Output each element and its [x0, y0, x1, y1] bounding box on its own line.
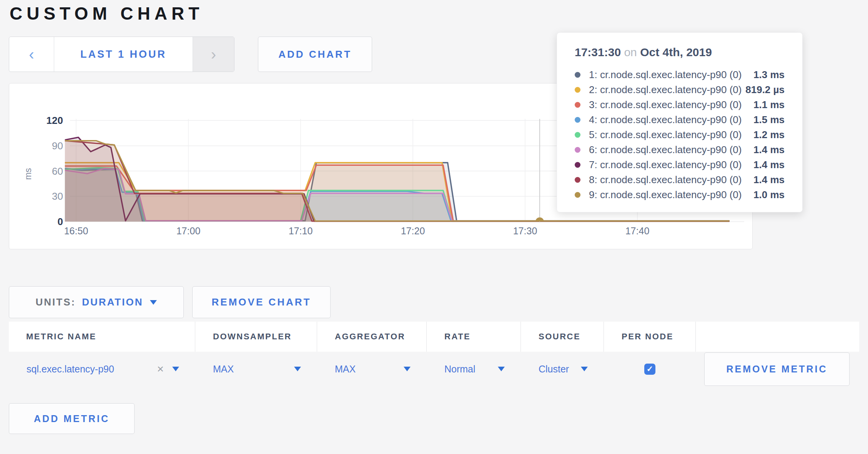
- metric-name-cell: sql.exec.latency-p90 ×: [9, 362, 195, 376]
- units-dropdown[interactable]: UNITS: DURATION: [9, 286, 184, 318]
- series-dot-icon: [575, 192, 580, 198]
- tooltip-series-row: 5: cr.node.sql.exec.latency-p90 (0)1.2 m…: [575, 127, 785, 142]
- chart-hover-tooltip: 17:31:30 on Oct 4th, 2019 1: cr.node.sql…: [557, 32, 803, 212]
- source-dropdown[interactable]: Cluster: [539, 364, 581, 375]
- chevron-down-icon[interactable]: [581, 367, 588, 371]
- svg-text:17:00: 17:00: [176, 225, 201, 236]
- svg-text:0: 0: [58, 216, 63, 227]
- page-title: CUSTOM CHART: [10, 3, 203, 24]
- col-header-per-node: PER NODE: [604, 322, 696, 352]
- series-value: 1.4 ms: [753, 174, 785, 186]
- series-label: 7: cr.node.sql.exec.latency-p90 (0): [589, 159, 753, 171]
- series-value: 1.4 ms: [753, 144, 785, 156]
- aggregator-dropdown[interactable]: MAX: [335, 364, 404, 375]
- series-dot-icon: [575, 177, 580, 183]
- tooltip-series-row: 9: cr.node.sql.exec.latency-p90 (0)1.0 m…: [575, 187, 785, 202]
- chevron-down-icon: [150, 300, 157, 305]
- series-label: 9: cr.node.sql.exec.latency-p90 (0): [589, 189, 753, 201]
- svg-text:17:20: 17:20: [401, 225, 425, 236]
- series-value: 1.3 ms: [753, 69, 785, 81]
- units-value: DURATION: [82, 296, 143, 308]
- series-dot-icon: [575, 132, 580, 138]
- series-label: 2: cr.node.sql.exec.latency-p90 (0): [589, 84, 745, 96]
- series-value: 1.0 ms: [753, 189, 785, 201]
- time-range-prev-button[interactable]: ‹: [9, 37, 54, 72]
- svg-text:120: 120: [47, 115, 63, 126]
- col-header-metric-name: METRIC NAME: [9, 322, 195, 352]
- series-dot-icon: [575, 147, 580, 153]
- tooltip-series-row: 1: cr.node.sql.exec.latency-p90 (0)1.3 m…: [575, 67, 785, 82]
- remove-metric-button[interactable]: REMOVE METRIC: [704, 352, 850, 386]
- chevron-down-icon[interactable]: [294, 367, 301, 371]
- series-label: 1: cr.node.sql.exec.latency-p90 (0): [589, 69, 753, 81]
- series-value: 819.2 µs: [745, 84, 785, 96]
- actions-cell: REMOVE METRIC: [696, 352, 859, 386]
- svg-text:17:10: 17:10: [289, 225, 313, 236]
- time-range-next-button[interactable]: ›: [193, 37, 234, 72]
- svg-text:ms: ms: [23, 168, 33, 180]
- svg-text:60: 60: [52, 165, 63, 177]
- chevron-down-icon[interactable]: [172, 367, 179, 371]
- clear-metric-icon[interactable]: ×: [157, 362, 164, 376]
- series-label: 6: cr.node.sql.exec.latency-p90 (0): [589, 144, 753, 156]
- add-chart-button[interactable]: ADD CHART: [258, 37, 372, 72]
- tooltip-series-row: 4: cr.node.sql.exec.latency-p90 (0)1.5 m…: [575, 112, 785, 127]
- tooltip-series-row: 8: cr.node.sql.exec.latency-p90 (0)1.4 m…: [575, 172, 785, 187]
- time-range-value[interactable]: LAST 1 HOUR: [54, 37, 193, 72]
- downsampler-dropdown[interactable]: MAX: [213, 364, 294, 375]
- metric-name-dropdown[interactable]: sql.exec.latency-p90: [27, 364, 157, 375]
- downsampler-cell: MAX: [195, 364, 317, 375]
- source-cell: Cluster: [521, 364, 604, 375]
- rate-cell: Normal: [427, 364, 521, 375]
- check-icon: ✓: [647, 364, 653, 374]
- chevron-down-icon[interactable]: [404, 367, 411, 371]
- series-label: 8: cr.node.sql.exec.latency-p90 (0): [589, 174, 753, 186]
- svg-text:17:40: 17:40: [625, 225, 650, 236]
- tooltip-date: Oct 4th, 2019: [640, 46, 712, 58]
- svg-text:30: 30: [52, 190, 63, 202]
- tooltip-series-row: 6: cr.node.sql.exec.latency-p90 (0)1.4 m…: [575, 142, 785, 157]
- series-value: 1.2 ms: [753, 129, 785, 141]
- metric-table-row: sql.exec.latency-p90 × MAX MAX Normal Cl…: [9, 352, 859, 386]
- time-range-selector: ‹ LAST 1 HOUR ›: [9, 37, 234, 72]
- add-metric-button[interactable]: ADD METRIC: [9, 403, 135, 434]
- series-dot-icon: [575, 117, 580, 123]
- svg-text:16:50: 16:50: [64, 225, 88, 236]
- series-dot-icon: [575, 102, 580, 108]
- series-value: 1.4 ms: [753, 159, 785, 171]
- series-dot-icon: [575, 72, 580, 78]
- metrics-table-header: METRIC NAME DOWNSAMPLER AGGREGATOR RATE …: [9, 322, 859, 352]
- tooltip-on-word: on: [624, 46, 637, 58]
- col-header-downsampler: DOWNSAMPLER: [195, 322, 317, 352]
- series-label: 4: cr.node.sql.exec.latency-p90 (0): [589, 114, 753, 126]
- tooltip-series-list: 1: cr.node.sql.exec.latency-p90 (0)1.3 m…: [575, 67, 785, 202]
- series-label: 3: cr.node.sql.exec.latency-p90 (0): [589, 99, 753, 111]
- units-label: UNITS:: [36, 296, 76, 308]
- series-label: 5: cr.node.sql.exec.latency-p90 (0): [589, 129, 753, 141]
- series-dot-icon: [575, 87, 580, 93]
- tooltip-series-row: 3: cr.node.sql.exec.latency-p90 (0)1.1 m…: [575, 97, 785, 112]
- tooltip-title: 17:31:30 on Oct 4th, 2019: [575, 46, 785, 59]
- chevron-left-icon: ‹: [29, 46, 34, 63]
- series-value: 1.5 ms: [753, 114, 785, 126]
- col-header-rate: RATE: [427, 322, 521, 352]
- col-header-actions: [696, 322, 859, 352]
- col-header-source: SOURCE: [521, 322, 604, 352]
- svg-text:17:30: 17:30: [513, 225, 537, 236]
- remove-chart-button[interactable]: REMOVE CHART: [192, 286, 331, 318]
- chevron-right-icon: ›: [211, 46, 216, 63]
- rate-dropdown[interactable]: Normal: [444, 364, 498, 375]
- tooltip-series-row: 7: cr.node.sql.exec.latency-p90 (0)1.4 m…: [575, 157, 785, 172]
- tooltip-series-row: 2: cr.node.sql.exec.latency-p90 (0)819.2…: [575, 82, 785, 97]
- aggregator-cell: MAX: [317, 364, 427, 375]
- tooltip-time: 17:31:30: [575, 46, 621, 58]
- chevron-down-icon[interactable]: [498, 367, 505, 371]
- per-node-cell: ✓: [604, 364, 696, 375]
- series-dot-icon: [575, 162, 580, 168]
- svg-text:90: 90: [52, 140, 63, 152]
- series-value: 1.1 ms: [753, 99, 785, 111]
- col-header-aggregator: AGGREGATOR: [317, 322, 427, 352]
- per-node-checkbox[interactable]: ✓: [644, 364, 655, 375]
